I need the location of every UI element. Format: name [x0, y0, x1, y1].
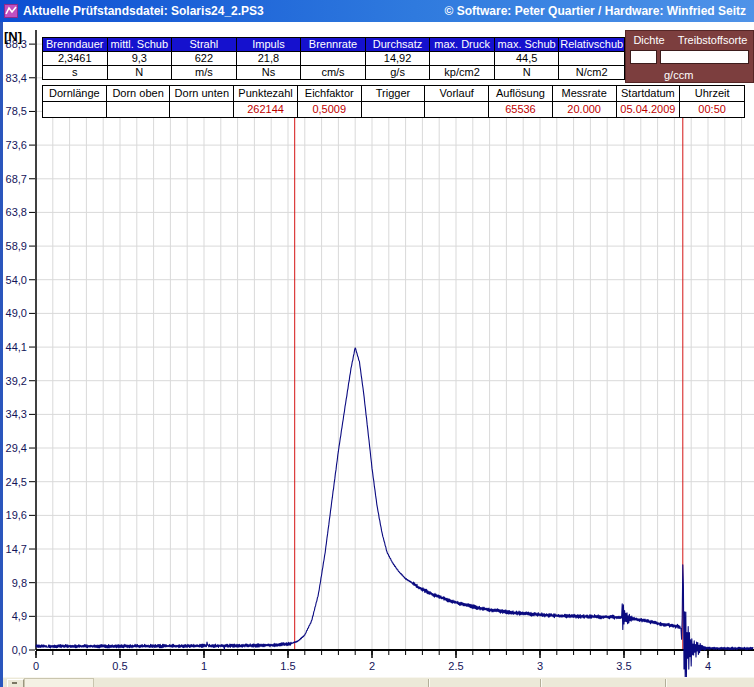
results-header-cell: Brennrate: [301, 38, 366, 51]
settings-header-cell: Eichfaktor: [298, 86, 362, 101]
y-tick-label: 14,7: [6, 543, 27, 555]
settings-value-cell: [43, 102, 107, 117]
y-tick-label: 0,0: [12, 644, 27, 656]
results-header-cell: max. Schub: [495, 38, 560, 51]
results-header-cell: Brenndauer: [43, 38, 108, 51]
results-value-cell: [559, 52, 624, 65]
settings-header-cell: Trigger: [362, 86, 426, 101]
y-tick-label: 9,8: [12, 577, 27, 589]
density-unit-label: g/ccm: [664, 69, 693, 81]
results-header-row: Brenndauermittl. SchubStrahlImpulsBrennr…: [43, 38, 624, 52]
y-tick-label: 68,7: [6, 173, 27, 185]
y-tick-label: 49,0: [6, 307, 27, 319]
results-unit-cell: N: [108, 66, 173, 79]
results-header-cell: Strahl: [172, 38, 237, 51]
results-value-cell: 2,3461: [43, 52, 108, 65]
y-tick-label: 44,1: [6, 341, 27, 353]
window-title: Aktuelle Prüfstandsdatei: Solaris24_2.PS…: [23, 4, 264, 18]
results-header-cell: Durchsatz: [366, 38, 431, 51]
y-tick-label: 19,6: [6, 509, 27, 521]
results-header-cell: Relativschub: [559, 38, 624, 51]
settings-value-cell: [362, 102, 426, 117]
y-tick-label: 39,2: [6, 375, 27, 387]
settings-value-cell: 65536: [489, 102, 553, 117]
bottom-strip-separator: [665, 679, 667, 687]
y-tick-label: 54,0: [6, 274, 27, 286]
settings-header-cell: Startdatum: [617, 86, 681, 101]
settings-header-cell: Messrate: [553, 86, 617, 101]
bottom-strip-separator: [428, 679, 430, 687]
x-tick-label: 3.5: [616, 660, 631, 672]
settings-header-cell: Punktezahl: [234, 86, 298, 101]
settings-header-cell: Uhrzeit: [680, 86, 744, 101]
settings-header-cell: Auflösung: [489, 86, 553, 101]
y-tick-label: 63,8: [6, 206, 27, 218]
fuel-panel-labels: Dichte Treibstoffsorte: [626, 34, 753, 46]
x-tick-label: 1: [201, 660, 207, 672]
thrust-curve: [36, 348, 753, 677]
x-tick-label: 4: [705, 660, 711, 672]
titlebar[interactable]: Aktuelle Prüfstandsdatei: Solaris24_2.PS…: [0, 0, 754, 22]
x-tick-label: 0.5: [112, 660, 127, 672]
x-tick-label: 2.5: [448, 660, 463, 672]
density-input[interactable]: [630, 50, 657, 64]
x-tick-label: 0: [33, 660, 39, 672]
app-icon: [4, 4, 18, 18]
results-unit-row: sNm/sNscm/sg/skp/cm2NN/cm2: [43, 66, 624, 79]
results-unit-cell: cm/s: [301, 66, 366, 79]
fuel-panel: Dichte Treibstoffsorte g/ccm: [625, 30, 754, 83]
results-value-cell: 14,92: [366, 52, 431, 65]
y-tick-label: 24,5: [6, 476, 27, 488]
results-value-cell: [430, 52, 495, 65]
settings-value-cell: 00:50: [680, 102, 744, 117]
settings-value-row: 2621440,50096553620.00005.04.200900:50: [43, 102, 744, 117]
x-tick-label: 3: [537, 660, 543, 672]
y-tick-label: 29,4: [6, 442, 27, 454]
bottom-strip-grip: [7, 679, 24, 687]
results-header-cell: Impuls: [237, 38, 302, 51]
results-table: Brenndauermittl. SchubStrahlImpulsBrennr…: [42, 37, 625, 80]
settings-value-cell: 05.04.2009: [617, 102, 681, 117]
results-value-cell: 44,5: [495, 52, 560, 65]
settings-header-cell: Dornlänge: [43, 86, 107, 101]
settings-value-cell: [170, 102, 234, 117]
settings-header-row: DornlängeDorn obenDorn untenPunktezahlEi…: [43, 86, 744, 102]
data-block: Dichte Treibstoffsorte g/ccm Brenndauerm…: [42, 30, 754, 116]
fuel-type-input[interactable]: [660, 50, 749, 64]
bottom-window-strip: [3, 677, 754, 687]
settings-header-cell: Dorn unten: [170, 86, 234, 101]
results-header-cell: mittl. Schub: [108, 38, 173, 51]
settings-value-cell: [425, 102, 489, 117]
app-window: { "window": { "title": "Aktuelle Prüfsta…: [0, 0, 754, 687]
software-credit: © Software: Peter Quartier / Hardware: W…: [445, 4, 746, 18]
results-header-cell: max. Druck: [430, 38, 495, 51]
results-unit-cell: Ns: [237, 66, 302, 79]
y-tick-label: 34,3: [6, 408, 27, 420]
settings-value-cell: 262144: [234, 102, 298, 117]
x-tick-label: 1.5: [280, 660, 295, 672]
results-value-cell: 21,8: [237, 52, 302, 65]
y-tick-label: 4,9: [12, 610, 27, 622]
results-value-row: 2,34619,362221,814,9244,5: [43, 52, 624, 66]
results-unit-cell: kp/cm2: [430, 66, 495, 79]
bottom-strip-tab[interactable]: [24, 678, 94, 687]
results-unit-cell: g/s: [366, 66, 431, 79]
results-unit-cell: s: [43, 66, 108, 79]
results-unit-cell: m/s: [172, 66, 237, 79]
y-axis-unit-label: [N]: [4, 29, 22, 44]
results-value-cell: [301, 52, 366, 65]
settings-table: DornlängeDorn obenDorn untenPunktezahlEi…: [42, 85, 745, 118]
results-unit-cell: N: [495, 66, 560, 79]
results-unit-cell: N/cm2: [559, 66, 624, 79]
settings-value-cell: [107, 102, 171, 117]
fuel-type-label: Treibstoffsorte: [672, 34, 753, 46]
y-tick-label: 83,4: [6, 72, 27, 84]
y-tick-label: 58,9: [6, 240, 27, 252]
y-tick-label: 73,6: [6, 139, 27, 151]
settings-header-cell: Vorlauf: [425, 86, 489, 101]
settings-value-cell: 20.000: [553, 102, 617, 117]
settings-header-cell: Dorn oben: [107, 86, 171, 101]
y-tick-label: 78,5: [6, 105, 27, 117]
settings-value-cell: 0,5009: [298, 102, 362, 117]
thrust-chart: 0,04,99,814,719,624,529,434,339,244,149,…: [0, 22, 754, 677]
